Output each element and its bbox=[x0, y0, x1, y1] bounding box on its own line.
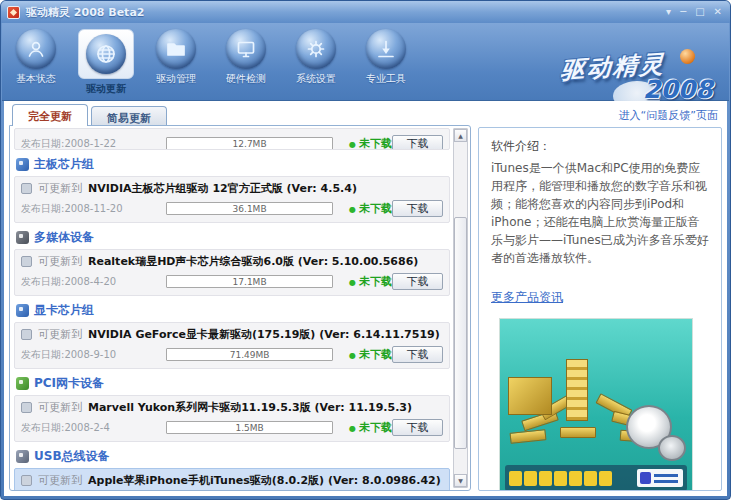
category-header: 主板芯片组 bbox=[14, 152, 450, 175]
tab-bar: 完全更新 简易更新 bbox=[9, 104, 471, 125]
promo-banner-image[interactable] bbox=[499, 318, 693, 491]
driver-name: NVIDIA GeForce显卡最新驱动(175.19版) (Ver: 6.14… bbox=[88, 327, 440, 342]
user-status-icon bbox=[16, 29, 56, 69]
driver-name: Realtek瑞昱HD声卡芯片综合驱动6.0版 (Ver: 5.10.00.56… bbox=[88, 254, 418, 269]
progress-bar: 71.49MB bbox=[166, 348, 333, 361]
app-icon bbox=[7, 6, 20, 19]
progress-bar: 17.1MB bbox=[166, 275, 333, 288]
gold-bar-shape bbox=[510, 429, 547, 444]
tab-easy-update[interactable]: 简易更新 bbox=[91, 106, 167, 125]
status-badge: 未下载 bbox=[349, 201, 392, 216]
main-content: 完全更新 简易更新 发布日期:2008-1-22 12.7MB 未下载 下载 bbox=[4, 101, 727, 496]
driver-list: 发布日期:2008-1-22 12.7MB 未下载 下载 主板芯片组 可更新到 bbox=[9, 125, 471, 491]
close-icon[interactable]: ✕ bbox=[714, 7, 722, 17]
status-badge: 未下载 bbox=[349, 136, 392, 150]
driver-item-icon bbox=[21, 402, 32, 413]
driver-row-partial[interactable]: 发布日期:2008-1-22 12.7MB 未下载 下载 bbox=[14, 128, 450, 150]
logo-orange-ball-icon bbox=[680, 49, 695, 64]
gear-icon bbox=[296, 29, 336, 69]
folder-manage-icon bbox=[156, 29, 196, 69]
toolbar-item-pro-tools[interactable]: 专业工具 bbox=[356, 26, 416, 96]
progress-bar: 36.1MB bbox=[166, 202, 333, 215]
driver-name: NVIDIA主板芯片组驱动 12官方正式版 (Ver: 4.5.4) bbox=[88, 181, 357, 196]
intro-title: 软件介绍： bbox=[491, 138, 709, 155]
status-badge: 未下载 bbox=[349, 274, 392, 289]
intro-text: iTunes是一个供Mac和PC使用的免费应用程序，能管理和播放您的数字音乐和视… bbox=[491, 159, 709, 267]
audio-category-icon bbox=[16, 231, 29, 244]
network-category-icon bbox=[16, 377, 29, 390]
scroll-up-icon[interactable]: ▲ bbox=[454, 129, 467, 142]
toolbar-item-status[interactable]: 基本状态 bbox=[6, 26, 66, 96]
scrollbar-thumb[interactable] bbox=[454, 217, 467, 449]
tab-full-update[interactable]: 完全更新 bbox=[12, 104, 88, 126]
info-panel: 进入“问题反馈”页面 软件介绍： iTunes是一个供Mac和PC使用的免费应用… bbox=[478, 104, 722, 491]
status-badge: 未下载 bbox=[349, 420, 392, 435]
driver-row[interactable]: 可更新到 Realtek瑞昱HD声卡芯片综合驱动6.0版 (Ver: 5.10.… bbox=[14, 249, 450, 296]
video-category-icon bbox=[16, 304, 29, 317]
download-button[interactable]: 下载 bbox=[392, 135, 443, 150]
driver-row[interactable]: 可更新到 NVIDIA主板芯片组驱动 12官方正式版 (Ver: 4.5.4) … bbox=[14, 176, 450, 223]
download-button[interactable]: 下载 bbox=[392, 346, 443, 363]
category-header: 显卡芯片组 bbox=[14, 298, 450, 321]
chipset-category-icon bbox=[16, 158, 29, 171]
driver-name: Marvell Yukon系列网卡驱动11.19.5.3版 (Ver: 11.1… bbox=[88, 400, 412, 415]
driver-row[interactable]: 可更新到 NVIDIA GeForce显卡最新驱动(175.19版) (Ver:… bbox=[14, 322, 450, 369]
driver-row[interactable]: 可更新到 Marvell Yukon系列网卡驱动11.19.5.3版 (Ver:… bbox=[14, 395, 450, 442]
logo-year: 2008 bbox=[643, 75, 713, 104]
toolbar-item-driver-manage[interactable]: 驱动管理 bbox=[146, 26, 206, 96]
driver-row-selected[interactable]: 可更新到 Apple苹果iPhone手机iTunes驱动(8.0.2版) (Ve… bbox=[14, 468, 450, 491]
toolbar: 基本状态 驱动更新 驱动管理 硬件检测 bbox=[2, 23, 729, 101]
vertical-scrollbar[interactable]: ▲ ▼ bbox=[453, 128, 468, 488]
download-button[interactable]: 下载 bbox=[392, 200, 443, 217]
disc-shape bbox=[658, 435, 686, 461]
gold-box-shape bbox=[508, 377, 552, 415]
menu-arrow-icon[interactable]: ▾ bbox=[666, 7, 671, 17]
usb-category-icon bbox=[16, 450, 29, 463]
window-controls: ▾ ─ □ ✕ bbox=[666, 7, 722, 17]
driver-item-icon bbox=[21, 329, 32, 340]
driver-name: Apple苹果iPhone手机iTunes驱动(8.0.2版) (Ver: 8.… bbox=[88, 473, 441, 488]
category-header: PCI网卡设备 bbox=[14, 371, 450, 394]
toolbar-item-hardware-detect[interactable]: 硬件检测 bbox=[216, 26, 276, 96]
minimize-icon[interactable]: ─ bbox=[680, 7, 686, 17]
download-tools-icon bbox=[366, 29, 406, 69]
category-header: USB总线设备 bbox=[14, 444, 450, 467]
scroll-down-icon[interactable]: ▼ bbox=[454, 474, 467, 487]
promo-logo bbox=[637, 469, 683, 487]
gold-stack-shape bbox=[566, 359, 588, 421]
toolbar-buttons: 基本状态 驱动更新 驱动管理 硬件检测 bbox=[6, 26, 416, 96]
maximize-icon[interactable]: □ bbox=[695, 7, 704, 17]
promo-caption-strip bbox=[505, 465, 687, 491]
progress-bar: 12.7MB bbox=[166, 137, 333, 150]
app-window: 驱动精灵 2008 Beta2 ▾ ─ □ ✕ 基本状态 驱动更新 bbox=[0, 0, 731, 500]
status-badge: 未下载 bbox=[349, 347, 392, 362]
download-button[interactable]: 下载 bbox=[392, 419, 443, 436]
toolbar-item-driver-update[interactable]: 驱动更新 bbox=[76, 26, 136, 96]
gold-bar-shape bbox=[560, 427, 596, 438]
driver-update-panel: 完全更新 简易更新 发布日期:2008-1-22 12.7MB 未下载 下载 bbox=[9, 104, 471, 491]
driver-item-icon bbox=[21, 183, 32, 194]
window-title: 驱动精灵 2008 Beta2 bbox=[26, 5, 666, 20]
progress-bar: 1.5MB bbox=[166, 421, 333, 434]
monitor-detect-icon bbox=[226, 29, 266, 69]
category-header: 多媒体设备 bbox=[14, 225, 450, 248]
driver-item-icon bbox=[21, 475, 32, 486]
software-intro-box: 软件介绍： iTunes是一个供Mac和PC使用的免费应用程序，能管理和播放您的… bbox=[478, 127, 722, 491]
driver-item-icon bbox=[21, 256, 32, 267]
title-bar: 驱动精灵 2008 Beta2 ▾ ─ □ ✕ bbox=[1, 1, 730, 23]
more-info-link[interactable]: 更多产品资讯 bbox=[491, 289, 563, 306]
toolbar-item-system-settings[interactable]: 系统设置 bbox=[286, 26, 346, 96]
feedback-page-link[interactable]: 进入“问题反馈”页面 bbox=[478, 104, 722, 127]
globe-update-icon bbox=[86, 34, 126, 74]
download-button[interactable]: 下载 bbox=[392, 273, 443, 290]
